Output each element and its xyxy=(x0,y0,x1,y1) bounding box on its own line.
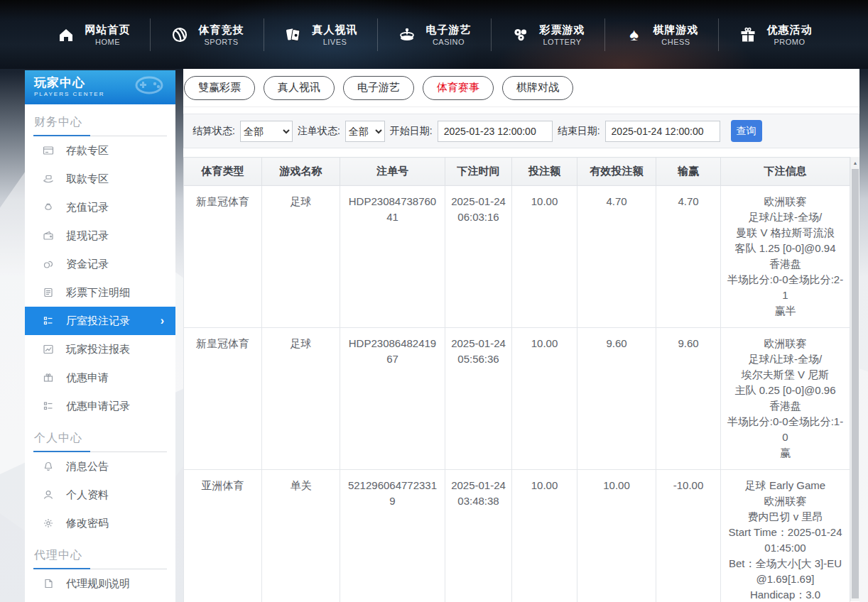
sports-ball-icon xyxy=(170,25,190,45)
col-header-valid-amount: 有效投注额 xyxy=(577,158,656,186)
start-date-input[interactable] xyxy=(438,121,553,142)
nav-label-zh: 电子游艺 xyxy=(426,23,472,37)
spade-icon: ♠ xyxy=(624,25,644,45)
sidebar-item-funds-record[interactable]: 资金记录 xyxy=(25,250,175,278)
sidebar-item-change-password[interactable]: 修改密码 xyxy=(25,509,175,537)
cell-time: 2025-01-24 05:56:36 xyxy=(445,328,512,470)
roulette-icon xyxy=(397,25,417,45)
list-icon xyxy=(43,315,54,327)
cell-winloss: 4.70 xyxy=(656,186,721,328)
tab-chess[interactable]: 棋牌对战 xyxy=(502,76,573,100)
nav-label-en: CHESS xyxy=(661,37,690,47)
tab-label: 真人视讯 xyxy=(278,81,320,94)
main-content: 雙赢彩票 真人视讯 电子游艺 体育赛事 棋牌对战 结算状态: 全部 注单状态: … xyxy=(183,69,859,602)
sidebar-item-hall-bet-record[interactable]: 厅室投注记录 › xyxy=(25,307,175,335)
sidebar-item-label: 存款专区 xyxy=(66,144,109,158)
bet-records-table: 体育类型 游戏名称 注单号 下注时间 投注额 有效投注额 输赢 下注信息 新皇冠… xyxy=(183,157,850,602)
nav-label-en: LOTTERY xyxy=(543,37,581,47)
nav-item-lives[interactable]: 真人视讯 LIVES xyxy=(264,18,378,51)
nav-item-sports[interactable]: 体育竞技 SPORTS xyxy=(151,18,264,51)
col-header-bet-no: 注单号 xyxy=(340,158,445,186)
file-icon xyxy=(43,578,54,589)
cell-game: 足球 xyxy=(262,186,340,328)
settle-status-label: 结算状态: xyxy=(192,125,235,138)
col-header-game: 游戏名称 xyxy=(262,158,340,186)
promo-gift-icon xyxy=(43,372,54,383)
tab-sports[interactable]: 体育赛事 xyxy=(423,76,494,100)
nav-item-promo[interactable]: 优惠活动 PROMO xyxy=(719,18,832,51)
col-header-time: 下注时间 xyxy=(445,158,512,186)
nav-item-casino[interactable]: 电子游艺 CASINO xyxy=(378,18,492,51)
sidebar-item-player-bet-report[interactable]: 玩家投注报表 xyxy=(25,335,175,363)
chevron-right-icon: › xyxy=(161,314,164,327)
sidebar-item-label: 修改密码 xyxy=(66,517,109,530)
cell-bet-info: 欧洲联赛 足球/让球-全场/ 曼联 V 格拉斯哥流浪 客队 1.25 [0-0]… xyxy=(721,186,850,328)
section-title-personal: 个人中心 xyxy=(33,420,167,452)
cell-sport: 亚洲体育 xyxy=(184,470,262,602)
cell-time: 2025-01-24 06:03:16 xyxy=(445,186,512,328)
sidebar-item-agent-rules[interactable]: 代理规则说明 xyxy=(25,569,175,598)
sidebar-item-promo-apply[interactable]: 优惠申请 xyxy=(25,363,175,392)
sidebar-item-withdrawal-record[interactable]: 提现记录 xyxy=(25,221,175,250)
sidebar-item-notices[interactable]: 消息公告 xyxy=(25,452,175,481)
bell-icon xyxy=(43,461,54,472)
cell-bet-no: 5212960647723319 xyxy=(340,470,445,602)
nav-item-home[interactable]: 网站首页 HOME xyxy=(37,18,151,51)
table-row: 新皇冠体育 足球 HDP2308473876041 2025-01-24 06:… xyxy=(184,186,850,328)
cell-bet-no: HDP2308648241967 xyxy=(340,328,445,470)
sidebar-item-profile[interactable]: 个人资料 xyxy=(25,481,175,509)
scrollbar-thumb[interactable] xyxy=(852,169,859,598)
page: 网站首页 HOME 体育竞技 SPORTS 真人视讯 xyxy=(0,0,868,602)
end-date-input[interactable] xyxy=(605,121,720,142)
sidebar: 玩家中心 PLAYERS CENTER 财务中心 存款专区 取款专区 充值记录 xyxy=(25,70,175,602)
section-title-finance: 财务中心 xyxy=(33,104,167,136)
sidebar-item-recharge-record[interactable]: 充值记录 xyxy=(25,193,175,221)
sidebar-item-label: 资金记录 xyxy=(66,258,109,271)
cell-valid-amount: 4.70 xyxy=(577,186,656,328)
home-icon xyxy=(56,25,76,45)
cell-valid-amount: 9.60 xyxy=(577,328,656,470)
person-icon xyxy=(43,489,54,500)
scroll-up-icon[interactable]: ▲ xyxy=(851,157,859,168)
sidebar-section-agent: 代理中心 代理规则说明 xyxy=(25,537,175,598)
nav-item-chess[interactable]: ♠ 棋牌游戏 CHESS xyxy=(605,18,719,51)
col-header-bet-info: 下注信息 xyxy=(721,158,850,186)
sidebar-item-label: 提现记录 xyxy=(66,229,109,243)
settle-status-select[interactable]: 全部 xyxy=(240,121,293,142)
cell-amount: 10.00 xyxy=(512,328,577,470)
col-header-sport: 体育类型 xyxy=(184,158,262,186)
table-scrollbar[interactable]: ▲ xyxy=(850,157,859,601)
sidebar-item-label: 优惠申请记录 xyxy=(66,400,130,413)
sidebar-section-finance: 财务中心 存款专区 取款专区 充值记录 提现记录 xyxy=(25,104,175,420)
cell-sport: 新皇冠体育 xyxy=(184,186,262,328)
query-button[interactable]: 查询 xyxy=(731,120,762,142)
gear-icon xyxy=(43,518,54,529)
nav-label-zh: 彩票游戏 xyxy=(540,23,585,37)
tab-lottery[interactable]: 雙赢彩票 xyxy=(184,76,255,100)
order-status-select[interactable]: 全部 xyxy=(345,121,385,142)
nav-item-lottery[interactable]: 彩票游戏 LOTTERY xyxy=(492,18,605,51)
lottery-balls-icon xyxy=(511,25,531,45)
sidebar-header: 玩家中心 PLAYERS CENTER xyxy=(25,70,175,104)
tab-live[interactable]: 真人视讯 xyxy=(264,76,335,100)
tab-casino[interactable]: 电子游艺 xyxy=(343,76,414,100)
sidebar-item-label: 取款专区 xyxy=(66,173,109,186)
cell-game: 足球 xyxy=(262,328,340,470)
withdraw-hand-icon xyxy=(43,173,54,185)
table-row: 亚洲体育 单关 5212960647723319 2025-01-24 03:4… xyxy=(184,470,850,602)
sidebar-item-deposit[interactable]: 存款专区 xyxy=(25,136,175,165)
table-header-row: 体育类型 游戏名称 注单号 下注时间 投注额 有效投注额 输赢 下注信息 xyxy=(184,158,850,186)
nav-label-en: LIVES xyxy=(323,37,347,47)
tab-label: 雙赢彩票 xyxy=(198,81,241,94)
cards-icon xyxy=(283,25,303,45)
sidebar-item-lottery-bet-detail[interactable]: 彩票下注明细 xyxy=(25,278,175,307)
cell-amount: 10.00 xyxy=(512,186,577,328)
section-title-agent: 代理中心 xyxy=(33,537,167,569)
sidebar-item-promo-apply-record[interactable]: 优惠申请记录 xyxy=(25,392,175,420)
nav-label-en: PROMO xyxy=(774,37,805,47)
order-status-label: 注单状态: xyxy=(298,125,340,138)
sidebar-item-withdraw[interactable]: 取款专区 xyxy=(25,165,175,193)
sidebar-item-label: 彩票下注明细 xyxy=(66,286,130,300)
cell-winloss: 9.60 xyxy=(656,328,721,470)
sidebar-item-label: 优惠申请 xyxy=(66,371,109,385)
